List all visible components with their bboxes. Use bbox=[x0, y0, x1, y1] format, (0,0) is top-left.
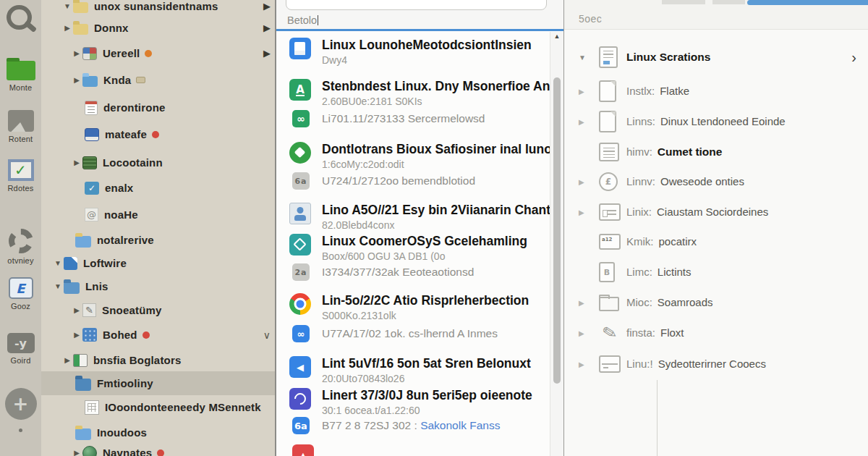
expander-chevron-icon[interactable]: ▶ bbox=[71, 306, 82, 314]
expander-chevron-icon[interactable]: ▶ bbox=[579, 178, 584, 186]
detail-row[interactable]: ▶✎finsta:Floxt bbox=[564, 322, 868, 344]
detail-label: finsta:Floxt bbox=[626, 322, 684, 344]
expander-chevron-icon[interactable]: ▶ bbox=[61, 356, 73, 364]
detail-row[interactable]: ▶Linix:Ciaustam Sociordeines bbox=[564, 201, 868, 223]
detail-label: Limc:Lictints bbox=[626, 261, 692, 283]
detail-row[interactable]: a12Kmik:pocatirx bbox=[564, 231, 868, 253]
rail-item-Gooz[interactable]: EGooz bbox=[0, 277, 41, 311]
detail-row[interactable]: ▶Linu:!Sydeotterirner Cooecs bbox=[564, 353, 868, 375]
detail-row[interactable]: ▶Linns:Dinux Ltendoneed Eoinde bbox=[564, 111, 868, 132]
detail-row[interactable]: ▼Linux Scrations› bbox=[564, 46, 868, 68]
rail-item-Rdotes[interactable]: ✓Rdotes bbox=[0, 159, 41, 193]
scroll-up-button[interactable]: ▲ bbox=[550, 33, 563, 40]
result-row[interactable]: ◀Lint 5uVf/16 5on 5at Sren Belonuxt20:0U… bbox=[276, 356, 550, 388]
lnis-folder-icon bbox=[64, 282, 80, 294]
expander-chevron-icon[interactable]: ▶ bbox=[579, 360, 584, 368]
rail-item-Monte[interactable]: Monte bbox=[0, 58, 41, 92]
expander-chevron-icon[interactable]: ▼ bbox=[61, 2, 73, 10]
result-subtitle: Dwy4 bbox=[322, 54, 347, 66]
settings-gear-icon bbox=[9, 229, 33, 253]
open-detail-chevron-icon[interactable]: › bbox=[851, 49, 856, 66]
result-row[interactable]: Linux LounoheMeotodcsiontInsienDwy4 bbox=[276, 38, 550, 69]
expander-chevron-icon[interactable]: ▶ bbox=[61, 24, 73, 32]
detail-row[interactable]: himv:Cumet tione bbox=[564, 141, 868, 163]
tree-row[interactable]: ▶Donnx▶ bbox=[41, 16, 275, 40]
app-window: MonteRotent✓RdotesotvnieyEGooz-yGoird+ ▼… bbox=[0, 0, 868, 456]
rail-item-Goird[interactable]: -yGoird bbox=[0, 333, 41, 365]
details-tree-panel: 5oec ▼Linux Scrations›▶Instlx:Flatke▶Lin… bbox=[564, 0, 868, 456]
result-row[interactable]: Linux CoomerOSyS GcelehamlingBoox/600 OG… bbox=[276, 234, 550, 266]
scrollbar[interactable]: ▲ bbox=[550, 32, 563, 456]
tab-remnant bbox=[662, 0, 705, 4]
tree-row[interactable]: ▶Bohed∨ bbox=[41, 323, 275, 347]
tree-row[interactable]: @noaHe bbox=[41, 203, 275, 227]
row-options-chevron-icon[interactable]: ▶ bbox=[263, 1, 271, 12]
rail-item-search[interactable] bbox=[0, 4, 41, 33]
tree-row[interactable]: ▶Uereell▶ bbox=[41, 41, 275, 65]
result-row[interactable]: 6aU724/1/2712oo bemendblotiod bbox=[276, 172, 550, 191]
tree-row[interactable]: ▼Lnis bbox=[41, 274, 275, 298]
tree-row[interactable]: notalrerive bbox=[41, 228, 275, 252]
tree-row[interactable]: ▶Navnates bbox=[41, 441, 275, 456]
row-options-chevron-icon[interactable]: ∨ bbox=[263, 329, 271, 341]
expander-chevron-icon[interactable]: ▶ bbox=[71, 449, 82, 456]
detail-row[interactable]: BLimc:Lictints bbox=[564, 261, 868, 283]
expander-chevron-icon[interactable]: ▼ bbox=[52, 259, 64, 267]
detail-label: Kmik:pocatirx bbox=[626, 231, 697, 253]
tree-row-label: Navnates bbox=[103, 447, 152, 456]
tree-row[interactable]: ▶Knda bbox=[41, 68, 275, 92]
result-row[interactable]: Linert 37/3/0J 8un 5eri5ep oieenote30:1 … bbox=[276, 388, 550, 420]
expander-chevron-icon[interactable]: ▼ bbox=[579, 54, 586, 62]
detail-row[interactable]: ▶Instlx:Flatke bbox=[564, 80, 868, 102]
expander-chevron-icon[interactable]: ▶ bbox=[579, 299, 584, 307]
result-link[interactable]: Sakonolk Fanss bbox=[420, 419, 500, 431]
expander-chevron-icon[interactable]: ▶ bbox=[71, 49, 82, 57]
chrome-icon bbox=[289, 293, 311, 315]
result-row[interactable]: Lin-5o/2/2C Atio RisprleherbectionS000Ko… bbox=[276, 293, 550, 325]
backup-icon bbox=[289, 388, 311, 410]
detail-row[interactable]: ▶Mioc:Soamroads bbox=[564, 292, 868, 313]
rail-item-otvniey[interactable]: otvniey bbox=[0, 229, 41, 265]
expander-chevron-icon[interactable]: ▼ bbox=[52, 282, 64, 290]
tree-row[interactable]: IOoondonteeneedy MSennetk bbox=[41, 395, 275, 419]
expander-chevron-icon[interactable]: ▶ bbox=[71, 76, 82, 84]
result-title: Stenbndest Linux. Dny Msonerfioe An bbox=[322, 79, 550, 94]
rail-item-user-circle[interactable]: + bbox=[0, 388, 41, 420]
tree-row[interactable]: Fmtiooliny bbox=[41, 371, 275, 395]
expander-chevron-icon[interactable]: ▶ bbox=[579, 208, 584, 216]
expander-chevron-icon[interactable]: ▶ bbox=[579, 118, 584, 126]
result-row[interactable]: Lino A5O//21 Esy bin 2Viianarin Chantien… bbox=[276, 203, 550, 235]
tree-row[interactable]: ▶Locootainn bbox=[41, 151, 275, 174]
tree-row[interactable]: ✓enalx bbox=[41, 176, 275, 200]
expander-chevron-icon[interactable]: ▶ bbox=[71, 331, 82, 339]
result-row[interactable]: ∞Li701.11/273133 Sercermelowsd bbox=[276, 110, 550, 129]
scrollbar-thumb[interactable] bbox=[553, 77, 561, 384]
detail-row[interactable]: ▶£Linnv:Oweseode onties bbox=[564, 171, 868, 193]
result-row[interactable]: 2aI3734/377/32ak Eeoteaotionsd bbox=[276, 263, 550, 282]
result-row[interactable]: ▲ bbox=[276, 444, 550, 456]
expander-chevron-icon[interactable]: ▶ bbox=[71, 159, 82, 166]
downloads-folder-icon bbox=[599, 297, 619, 311]
sync-icon: ∞ bbox=[292, 110, 310, 127]
tree-row[interactable]: derontirone bbox=[41, 96, 275, 119]
tree-row[interactable]: mateafe bbox=[41, 122, 275, 146]
detail-label: himv:Cumet tione bbox=[626, 141, 722, 163]
result-row[interactable]: 6aB77 2 8 72SJ 302 : Sakonolk Fanss bbox=[276, 417, 550, 436]
detail-label: Linns:Dinux Ltendoneed Eoinde bbox=[626, 111, 786, 132]
detail-label-prefix: Linix: bbox=[626, 206, 652, 218]
result-row[interactable]: AStenbndest Linux. Dny Msonerfioe An2.60… bbox=[276, 79, 550, 111]
row-options-chevron-icon[interactable]: ▶ bbox=[263, 22, 271, 33]
expander-chevron-icon[interactable]: ▶ bbox=[579, 88, 584, 96]
expander-chevron-icon[interactable]: ▶ bbox=[579, 329, 584, 337]
search-input-value[interactable]: Betolo bbox=[287, 11, 318, 30]
detail-label-prefix: Kmik: bbox=[626, 235, 654, 248]
result-row[interactable]: ∞U77A/17/02 1ok. cs-lhernd A Inmes bbox=[276, 325, 550, 344]
tree-row[interactable]: ▶bnsfia Boglators bbox=[41, 348, 275, 372]
tree-row[interactable]: ▼Loftwire bbox=[41, 251, 275, 275]
row-options-chevron-icon[interactable]: ▶ bbox=[263, 48, 271, 59]
search-input[interactable] bbox=[286, 0, 547, 10]
rail-item-Rotent[interactable]: Rotent bbox=[0, 110, 41, 143]
tree-row[interactable]: ▶✎Snoeatümy bbox=[41, 298, 275, 322]
result-row[interactable]: Dontlotrans Bioux Safiosiner inal lunoni… bbox=[276, 142, 550, 174]
result-title: Lin-5o/2/2C Atio Risprleherbection bbox=[322, 293, 529, 308]
